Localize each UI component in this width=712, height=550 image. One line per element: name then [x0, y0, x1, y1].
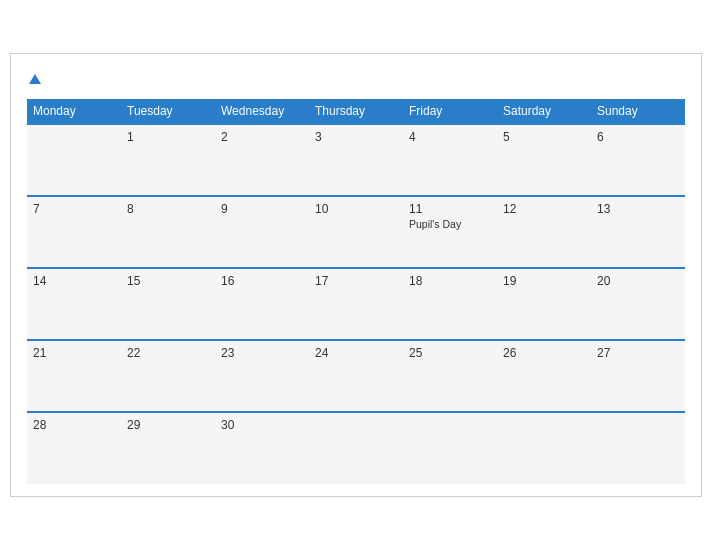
calendar-day-cell: 24: [309, 340, 403, 412]
day-number: 10: [315, 202, 397, 216]
calendar-day-cell: 10: [309, 196, 403, 268]
calendar-body: 1234567891011Pupil's Day1213141516171819…: [27, 124, 685, 484]
calendar-day-cell: 2: [215, 124, 309, 196]
calendar-day-cell: 22: [121, 340, 215, 412]
calendar-day-cell: [497, 412, 591, 484]
day-number: 13: [597, 202, 679, 216]
day-number: 16: [221, 274, 303, 288]
calendar-day-cell: 23: [215, 340, 309, 412]
day-number: 24: [315, 346, 397, 360]
calendar-day-cell: 14: [27, 268, 121, 340]
calendar-day-cell: 5: [497, 124, 591, 196]
calendar-day-cell: 28: [27, 412, 121, 484]
day-number: 1: [127, 130, 209, 144]
day-number: 6: [597, 130, 679, 144]
weekday-friday: Friday: [403, 99, 497, 124]
calendar-week-row: 7891011Pupil's Day1213: [27, 196, 685, 268]
calendar-container: MondayTuesdayWednesdayThursdayFridaySatu…: [10, 53, 702, 498]
weekday-saturday: Saturday: [497, 99, 591, 124]
day-number: 15: [127, 274, 209, 288]
day-number: 4: [409, 130, 491, 144]
day-number: 30: [221, 418, 303, 432]
day-number: 28: [33, 418, 115, 432]
day-number: 26: [503, 346, 585, 360]
day-number: 14: [33, 274, 115, 288]
day-number: 19: [503, 274, 585, 288]
weekday-wednesday: Wednesday: [215, 99, 309, 124]
day-number: 17: [315, 274, 397, 288]
day-number: 22: [127, 346, 209, 360]
calendar-day-cell: 16: [215, 268, 309, 340]
calendar-day-cell: 8: [121, 196, 215, 268]
calendar-day-cell: 27: [591, 340, 685, 412]
calendar-day-cell: 9: [215, 196, 309, 268]
calendar-day-cell: 12: [497, 196, 591, 268]
calendar-day-cell: [27, 124, 121, 196]
day-number: 25: [409, 346, 491, 360]
calendar-day-cell: 4: [403, 124, 497, 196]
calendar-day-cell: 17: [309, 268, 403, 340]
day-number: 12: [503, 202, 585, 216]
day-number: 8: [127, 202, 209, 216]
logo-line1: [27, 70, 41, 88]
day-number: 11: [409, 202, 491, 216]
calendar-day-cell: 3: [309, 124, 403, 196]
day-number: 9: [221, 202, 303, 216]
calendar-day-cell: 19: [497, 268, 591, 340]
day-number: 20: [597, 274, 679, 288]
day-number: 27: [597, 346, 679, 360]
day-number: 23: [221, 346, 303, 360]
day-number: 5: [503, 130, 585, 144]
calendar-day-cell: 15: [121, 268, 215, 340]
day-number: 3: [315, 130, 397, 144]
weekday-tuesday: Tuesday: [121, 99, 215, 124]
calendar-weekday-header: MondayTuesdayWednesdayThursdayFridaySatu…: [27, 99, 685, 124]
calendar-day-cell: 1: [121, 124, 215, 196]
calendar-day-cell: [403, 412, 497, 484]
logo: [27, 70, 41, 88]
day-number: 7: [33, 202, 115, 216]
calendar-day-cell: 26: [497, 340, 591, 412]
calendar-day-cell: 20: [591, 268, 685, 340]
calendar-week-row: 282930: [27, 412, 685, 484]
weekday-thursday: Thursday: [309, 99, 403, 124]
calendar-day-cell: [309, 412, 403, 484]
day-number: 18: [409, 274, 491, 288]
day-number: 21: [33, 346, 115, 360]
calendar-header: [27, 70, 685, 88]
day-number: 29: [127, 418, 209, 432]
weekday-monday: Monday: [27, 99, 121, 124]
weekday-sunday: Sunday: [591, 99, 685, 124]
calendar-week-row: 123456: [27, 124, 685, 196]
day-number: 2: [221, 130, 303, 144]
calendar-day-cell: 18: [403, 268, 497, 340]
weekday-row: MondayTuesdayWednesdayThursdayFridaySatu…: [27, 99, 685, 124]
calendar-day-cell: 30: [215, 412, 309, 484]
day-event: Pupil's Day: [409, 218, 491, 230]
calendar-day-cell: [591, 412, 685, 484]
calendar-day-cell: 25: [403, 340, 497, 412]
calendar-week-row: 14151617181920: [27, 268, 685, 340]
calendar-day-cell: 7: [27, 196, 121, 268]
calendar-week-row: 21222324252627: [27, 340, 685, 412]
calendar-day-cell: 29: [121, 412, 215, 484]
calendar-day-cell: 21: [27, 340, 121, 412]
calendar-grid: MondayTuesdayWednesdayThursdayFridaySatu…: [27, 99, 685, 484]
calendar-day-cell: 11Pupil's Day: [403, 196, 497, 268]
calendar-day-cell: 13: [591, 196, 685, 268]
calendar-day-cell: 6: [591, 124, 685, 196]
logo-triangle-icon: [29, 74, 41, 84]
